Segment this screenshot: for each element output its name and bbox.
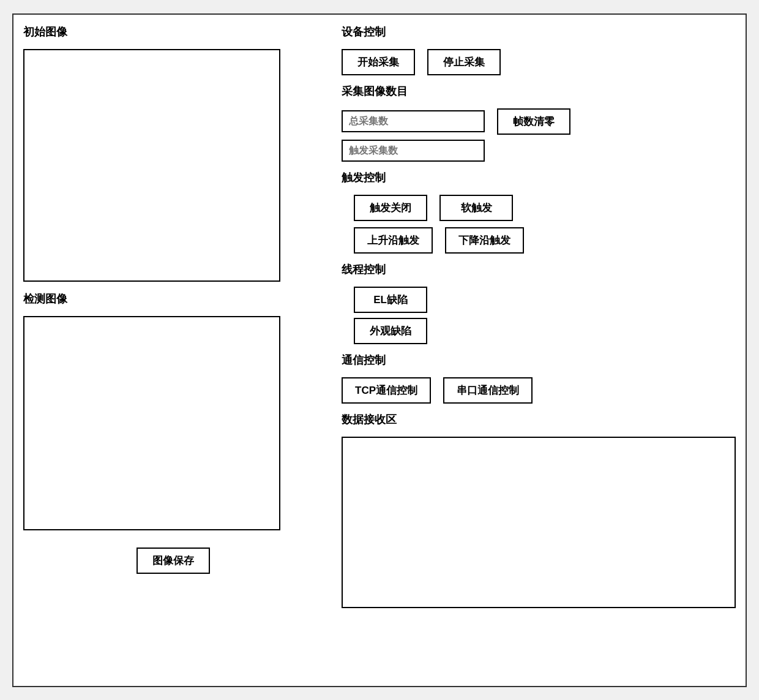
device-control-section: 设备控制 开始采集 停止采集 [342,24,736,75]
image-count-label: 采集图像数目 [342,84,736,99]
serial-comm-button[interactable]: 串口通信控制 [443,377,533,404]
detection-image-label: 检测图像 [23,292,323,306]
detection-image-box [23,316,280,530]
el-defect-button[interactable]: EL缺陷 [354,287,427,313]
trigger-count-input[interactable] [342,140,485,162]
image-count-row2 [342,140,736,162]
save-btn-container: 图像保存 [23,548,323,574]
data-receive-label: 数据接收区 [342,412,736,427]
trigger-buttons: 触发关闭 软触发 上升沿触发 下降沿触发 [342,195,736,254]
image-count-section: 采集图像数目 帧数清零 [342,84,736,162]
trigger-control-label: 触发控制 [342,170,736,185]
appearance-defect-button[interactable]: 外观缺陷 [354,318,427,344]
total-count-input[interactable] [342,110,485,132]
device-control-label: 设备控制 [342,24,736,39]
data-receive-box [342,437,736,608]
comm-control-label: 通信控制 [342,353,736,367]
clear-frames-button[interactable]: 帧数清零 [497,108,570,135]
thread-control-row: EL缺陷 外观缺陷 [342,287,736,344]
trigger-row2: 上升沿触发 下降沿触发 [342,227,736,254]
trigger-off-button[interactable]: 触发关闭 [354,195,427,221]
save-image-button[interactable]: 图像保存 [136,548,210,574]
comm-control-row: TCP通信控制 串口通信控制 [342,377,736,404]
main-container: 初始图像 检测图像 图像保存 设备控制 开始采集 停止采集 采集图像数目 [12,13,747,687]
falling-edge-button[interactable]: 下降沿触发 [445,227,524,254]
soft-trigger-button[interactable]: 软触发 [439,195,513,221]
trigger-control-section: 触发控制 触发关闭 软触发 上升沿触发 下降沿触发 [342,170,736,254]
stop-collect-button[interactable]: 停止采集 [427,49,501,75]
tcp-comm-button[interactable]: TCP通信控制 [342,377,431,404]
trigger-row1: 触发关闭 软触发 [342,195,736,221]
rising-edge-button[interactable]: 上升沿触发 [354,227,433,254]
right-panel: 设备控制 开始采集 停止采集 采集图像数目 帧数清零 触发控制 触发关闭 [335,24,736,676]
detection-image-section: 检测图像 [23,292,323,530]
initial-image-section: 初始图像 [23,24,323,282]
data-receive-section: 数据接收区 [342,412,736,676]
device-control-row: 开始采集 停止采集 [342,49,736,75]
start-collect-button[interactable]: 开始采集 [342,49,415,75]
initial-image-label: 初始图像 [23,24,323,39]
comm-control-section: 通信控制 TCP通信控制 串口通信控制 [342,353,736,404]
image-count-row1: 帧数清零 [342,108,736,135]
initial-image-box [23,49,280,282]
thread-control-label: 线程控制 [342,262,736,277]
left-panel: 初始图像 检测图像 图像保存 [23,24,323,676]
thread-control-section: 线程控制 EL缺陷 外观缺陷 [342,262,736,344]
